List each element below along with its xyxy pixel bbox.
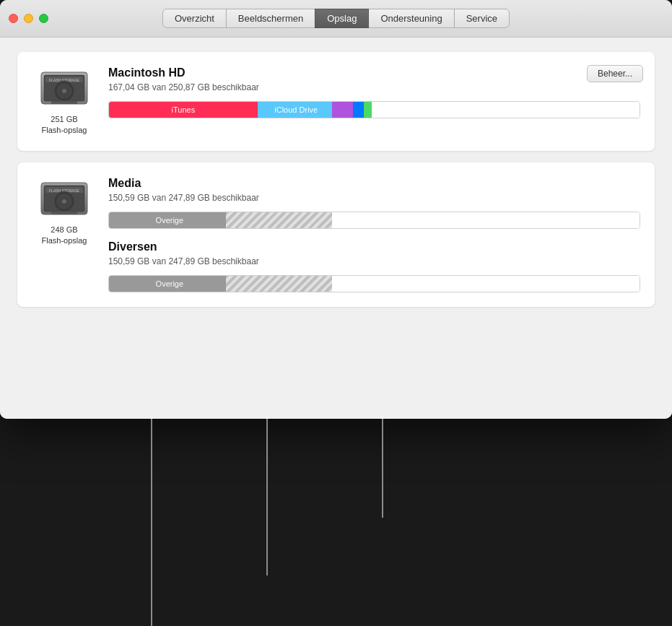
media-info: Media 150,59 GB van 247,89 GB beschikbaa…	[108, 177, 640, 292]
tooltip-lines	[0, 417, 672, 626]
macintosh-hd-info: Macintosh HD 167,04 GB van 250,87 GB bes…	[108, 66, 640, 118]
green-segment	[364, 102, 372, 118]
svg-point-14	[62, 199, 66, 204]
macintosh-hd-disk-icon: FLASH STORAGE	[38, 66, 90, 110]
media-bar: Overige	[108, 212, 640, 229]
media-hatched-segment	[226, 212, 332, 228]
diversen-name: Diversen	[108, 240, 640, 253]
media-capacity: 248 GB Flash-opslag	[42, 225, 87, 247]
tab-ondersteuning[interactable]: Ondersteuning	[368, 9, 454, 28]
svg-point-6	[62, 89, 66, 93]
diversen-overige-segment: Overige	[109, 276, 226, 292]
macintosh-hd-name: Macintosh HD	[108, 66, 640, 79]
macintosh-hd-capacity: 251 GB Flash-opslag	[42, 114, 87, 136]
diversen-empty-segment	[332, 276, 640, 292]
diversen-section: Diversen 150,59 GB van 247,89 GB beschik…	[108, 240, 640, 292]
svg-rect-7	[51, 101, 77, 104]
media-section: FLASH STORAGE 248 GB Flash-opslag Media …	[17, 162, 655, 307]
tab-beeldschermen[interactable]: Beeldschermen	[226, 9, 315, 28]
media-icon-container: FLASH STORAGE 248 GB Flash-opslag	[32, 177, 97, 247]
diversen-bar: Overige	[108, 275, 640, 292]
icloud-segment: iCloud Drive	[258, 102, 332, 118]
traffic-lights	[9, 14, 48, 23]
macintosh-hd-row: FLASH STORAGE 251 GB Flash-opslag Mac	[32, 66, 640, 136]
purple-segment	[332, 102, 353, 118]
tab-overzicht[interactable]: Overzicht	[162, 9, 227, 28]
maximize-button[interactable]	[39, 14, 48, 23]
media-overige-segment: Overige	[109, 212, 226, 228]
macintosh-hd-icon-container: FLASH STORAGE 251 GB Flash-opslag	[32, 66, 97, 136]
close-button[interactable]	[9, 14, 18, 23]
tab-bar: Overzicht Beeldschermen Opslag Ondersteu…	[162, 9, 509, 28]
macintosh-hd-bar: iTunes iCloud Drive	[108, 101, 640, 118]
media-empty-segment	[332, 212, 640, 228]
main-window: Overzicht Beeldschermen Opslag Ondersteu…	[0, 0, 672, 419]
macintosh-hd-section: Beheer...	[17, 52, 655, 151]
media-desc: 150,59 GB van 247,89 GB beschikbaar	[108, 193, 640, 203]
minimize-button[interactable]	[24, 14, 33, 23]
macintosh-hd-desc: 167,04 GB van 250,87 GB beschikbaar	[108, 82, 640, 92]
svg-rect-15	[51, 212, 77, 214]
empty-segment-1	[372, 102, 640, 118]
tab-opslag[interactable]: Opslag	[315, 9, 369, 28]
manage-button[interactable]: Beheer...	[587, 65, 643, 82]
blue2-segment	[353, 102, 364, 118]
titlebar: Overzicht Beeldschermen Opslag Ondersteu…	[0, 0, 672, 38]
media-row: FLASH STORAGE 248 GB Flash-opslag Media …	[32, 177, 640, 292]
content-area: Beheer...	[0, 38, 672, 419]
diversen-hatched-segment	[226, 276, 332, 292]
media-name: Media	[108, 177, 640, 190]
media-disk-icon: FLASH STORAGE	[38, 177, 90, 220]
itunes-segment: iTunes	[109, 102, 258, 118]
diversen-desc: 150,59 GB van 247,89 GB beschikbaar	[108, 256, 640, 266]
tab-service[interactable]: Service	[454, 9, 510, 28]
